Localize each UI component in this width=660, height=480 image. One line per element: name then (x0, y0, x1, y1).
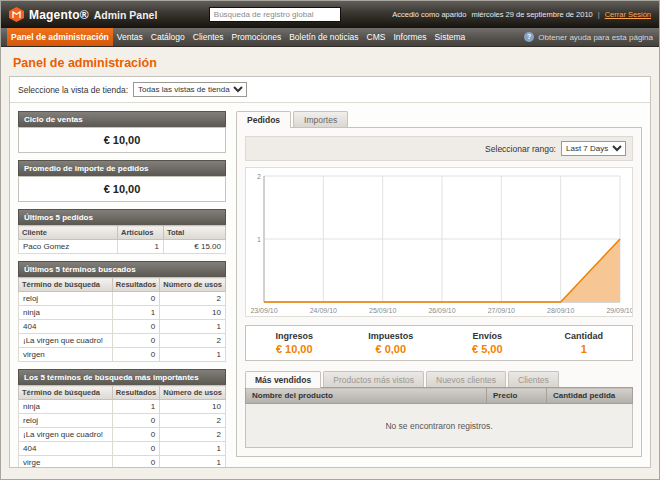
block-title: Ciclo de ventas (18, 111, 226, 127)
content-panel: Seleccione la vista de tienda: Todas las… (9, 76, 651, 468)
column-header: Resultados (112, 278, 159, 292)
svg-text:1: 1 (257, 236, 261, 243)
nav-item-panel-de-administracio-n[interactable]: Panel de administración (7, 28, 113, 46)
tab-clientes[interactable]: Clientes (508, 371, 559, 388)
grid-empty-message: No se encontraron registros. (246, 404, 633, 448)
tab-productos-ma-s-vistos[interactable]: Productos más vistos (323, 371, 424, 388)
nav-item-cms[interactable]: CMS (363, 28, 390, 46)
table-cell: 1 (112, 306, 159, 320)
svg-text:26/09/10: 26/09/10 (428, 307, 455, 314)
totals-row: Ingresos€ 10,00Impuestos€ 0,00Envíos€ 5,… (245, 325, 633, 361)
column-header: Número de usos (160, 386, 226, 400)
tab-nuevos-clientes[interactable]: Nuevos clientes (426, 371, 506, 388)
svg-text:29/09/10: 29/09/10 (606, 307, 632, 314)
mini-table-header-row: ClienteArtículosTotal (19, 226, 226, 240)
table-row: ¡La virgen que cuadro!02 (19, 428, 226, 442)
stat-value: € 10,00 (18, 176, 226, 202)
right-column: PedidosImportes Seleccionar rango: Last … (236, 111, 642, 468)
svg-text:27/09/10: 27/09/10 (488, 307, 515, 314)
column-header: Término de búsqueda (19, 386, 113, 400)
products-grid: Nombre del productoPrecioCantidad pedida… (245, 387, 633, 448)
nav-item-boleti-n-de-noticias[interactable]: Boletín de noticias (285, 28, 362, 46)
table-cell: 0 (112, 428, 159, 442)
table-cell: virgen (19, 348, 113, 362)
magento-logo[interactable]: Magento® Admin Panel (9, 7, 157, 22)
tab-pedidos[interactable]: Pedidos (236, 111, 291, 128)
dashboard-block-u-ltimos-5-pedidos: Últimos 5 pedidosClienteArtículosTotalPa… (18, 209, 226, 254)
table-cell: 404 (19, 442, 113, 456)
total-value: € 5,00 (439, 343, 536, 355)
block-title: Últimos 5 términos buscados (18, 261, 226, 277)
global-search-input[interactable] (209, 7, 341, 22)
table-cell: 404 (19, 320, 113, 334)
table-cell: 0 (112, 414, 159, 428)
table-row: ¡La virgen que cuadro!02 (19, 334, 226, 348)
table-cell: 0 (112, 334, 159, 348)
nav-item-cata-logo[interactable]: Catálogo (147, 28, 189, 46)
dashboard-block-ciclo-de-ventas: Ciclo de ventas€ 10,00 (18, 111, 226, 153)
tab-ma-s-vendidos[interactable]: Más vendidos (245, 371, 321, 388)
table-row: ninja110 (19, 306, 226, 320)
table-cell: ¡La virgen que cuadro! (19, 428, 113, 442)
block-title: Promedio de importe de pedidos (18, 160, 226, 176)
dashboard-columns: Ciclo de ventas€ 10,00Promedio de import… (10, 103, 650, 468)
tab-importes[interactable]: Importes (293, 111, 348, 128)
table-cell: 10 (160, 400, 226, 414)
nav-item-clientes[interactable]: Clientes (189, 28, 228, 46)
svg-text:24/09/10: 24/09/10 (310, 307, 337, 314)
top-header: Magento® Admin Panel Accedió como aparid… (1, 1, 659, 28)
table-row: Paco Gomez1€ 15.00 (19, 240, 226, 254)
grid-tabs: Más vendidosProductos más vistosNuevos c… (245, 371, 633, 388)
table-cell: reloj (19, 292, 113, 306)
table-cell: 1 (112, 400, 159, 414)
logged-in-text: Accedió como aparido (392, 10, 466, 19)
table-cell: reloj (19, 414, 113, 428)
nav-item-ventas[interactable]: Ventas (113, 28, 147, 46)
nav-items: Panel de administraciónVentasCatálogoCli… (7, 28, 469, 46)
mini-table: ClienteArtículosTotalPaco Gomez1€ 15.00 (18, 225, 226, 254)
svg-text:25/09/10: 25/09/10 (369, 307, 396, 314)
nav-item-promociones[interactable]: Promociones (228, 28, 286, 46)
table-cell: 1 (160, 442, 226, 456)
table-cell: 0 (112, 292, 159, 306)
orders-chart: 23/09/1024/09/1025/09/1026/09/1027/09/10… (245, 167, 633, 317)
logo-subtext: Admin Panel (94, 9, 158, 21)
dashboard-block-promedio-de-importe-de-pedidos: Promedio de importe de pedidos€ 10,00 (18, 160, 226, 202)
range-row: Seleccionar rango: Last 7 Days (245, 136, 633, 161)
nav-item-informes[interactable]: Informes (390, 28, 431, 46)
store-switcher: Seleccione la vista de tienda: Todas las… (10, 77, 650, 103)
table-cell: € 15.00 (164, 240, 226, 254)
nav-item-sistema[interactable]: Sistema (431, 28, 470, 46)
table-cell: virge (19, 456, 113, 469)
page-title: Panel de administración (13, 56, 647, 70)
grid-empty-row: No se encontraron registros. (246, 404, 633, 448)
table-cell: 1 (160, 456, 226, 469)
table-row: virgen01 (19, 348, 226, 362)
nav-help-link[interactable]: ? Obtener ayuda para esta página (524, 28, 653, 46)
logout-link[interactable]: Cerrar Sesión (605, 10, 651, 19)
table-cell: Paco Gomez (19, 240, 118, 254)
help-label: Obtener ayuda para esta página (538, 33, 653, 42)
table-cell: ninja (19, 306, 113, 320)
grid-column-header: Precio (487, 388, 547, 404)
range-select[interactable]: Last 7 Days (561, 141, 626, 156)
store-switcher-label: Seleccione la vista de tienda: (18, 85, 128, 95)
svg-text:2: 2 (257, 173, 261, 180)
mini-table: Término de búsquedaResultadosNúmero de u… (18, 385, 226, 468)
table-cell: 0 (112, 456, 159, 469)
total-cantidad: Cantidad1 (536, 331, 633, 355)
dashboard-block-los-5-te-rminos-de-bu-squeda-ma-s-importantes: Los 5 términos de búsqueda más important… (18, 369, 226, 468)
table-cell: 2 (160, 414, 226, 428)
mini-table-header-row: Término de búsquedaResultadosNúmero de u… (19, 386, 226, 400)
total-label: Envíos (439, 331, 536, 341)
store-switcher-select[interactable]: Todas las vistas de tienda (133, 82, 247, 97)
block-title: Últimos 5 pedidos (18, 209, 226, 225)
table-cell: ¡La virgen que cuadro! (19, 334, 113, 348)
total-impuestos: Impuestos€ 0,00 (343, 331, 440, 355)
svg-text:28/09/10: 28/09/10 (547, 307, 574, 314)
table-cell: 2 (160, 334, 226, 348)
diagram-panel: Seleccionar rango: Last 7 Days 23/09/102… (236, 127, 642, 457)
svg-text:23/09/10: 23/09/10 (250, 307, 277, 314)
range-label: Seleccionar rango: (485, 144, 556, 154)
mini-table: Término de búsquedaResultadosNúmero de u… (18, 277, 226, 362)
